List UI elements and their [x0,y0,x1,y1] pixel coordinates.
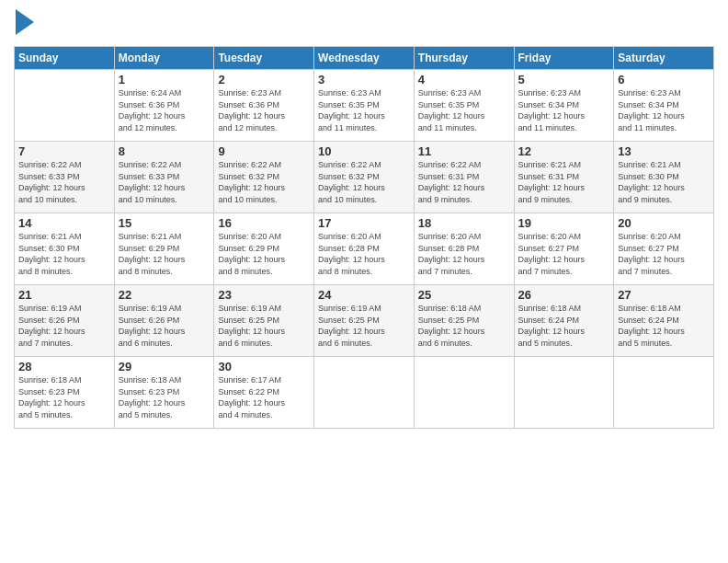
calendar-header-monday: Monday [114,47,214,70]
day-info: Sunrise: 6:20 AM Sunset: 6:28 PM Dayligh… [318,231,410,277]
day-number: 23 [218,288,310,302]
calendar-cell: 18Sunrise: 6:20 AM Sunset: 6:28 PM Dayli… [414,213,514,285]
day-number: 19 [518,216,610,230]
calendar-cell: 21Sunrise: 6:19 AM Sunset: 6:26 PM Dayli… [15,285,115,357]
day-info: Sunrise: 6:17 AM Sunset: 6:22 PM Dayligh… [218,374,310,420]
calendar-cell: 3Sunrise: 6:23 AM Sunset: 6:35 PM Daylig… [314,70,415,142]
calendar-cell: 25Sunrise: 6:18 AM Sunset: 6:25 PM Dayli… [414,285,514,357]
day-number: 6 [618,73,710,86]
day-number: 16 [218,216,310,230]
calendar-week-row: 1Sunrise: 6:24 AM Sunset: 6:36 PM Daylig… [15,70,714,142]
day-info: Sunrise: 6:21 AM Sunset: 6:31 PM Dayligh… [518,159,610,205]
day-info: Sunrise: 6:21 AM Sunset: 6:29 PM Dayligh… [119,231,210,277]
calendar-header-saturday: Saturday [614,47,714,70]
day-number: 17 [318,216,410,230]
day-number: 2 [218,73,310,86]
day-number: 25 [418,288,510,302]
calendar-week-row: 21Sunrise: 6:19 AM Sunset: 6:26 PM Dayli… [15,285,714,357]
day-number: 3 [318,73,410,86]
calendar-cell: 20Sunrise: 6:20 AM Sunset: 6:27 PM Dayli… [614,213,714,285]
calendar-cell: 8Sunrise: 6:22 AM Sunset: 6:33 PM Daylig… [114,142,214,213]
day-number: 21 [18,288,110,302]
day-info: Sunrise: 6:23 AM Sunset: 6:35 PM Dayligh… [418,87,510,133]
day-info: Sunrise: 6:23 AM Sunset: 6:34 PM Dayligh… [518,87,610,133]
calendar-cell: 11Sunrise: 6:22 AM Sunset: 6:31 PM Dayli… [414,142,514,213]
day-info: Sunrise: 6:19 AM Sunset: 6:26 PM Dayligh… [119,303,210,349]
day-info: Sunrise: 6:22 AM Sunset: 6:32 PM Dayligh… [218,159,310,205]
calendar-cell: 28Sunrise: 6:18 AM Sunset: 6:23 PM Dayli… [15,357,115,429]
day-info: Sunrise: 6:19 AM Sunset: 6:26 PM Dayligh… [18,303,110,349]
calendar-cell: 23Sunrise: 6:19 AM Sunset: 6:25 PM Dayli… [214,285,314,357]
calendar-header-wednesday: Wednesday [314,47,415,70]
day-number: 29 [119,360,210,373]
day-info: Sunrise: 6:23 AM Sunset: 6:34 PM Dayligh… [618,87,710,133]
day-info: Sunrise: 6:19 AM Sunset: 6:25 PM Dayligh… [318,303,410,349]
calendar-cell: 1Sunrise: 6:24 AM Sunset: 6:36 PM Daylig… [114,70,214,142]
day-info: Sunrise: 6:21 AM Sunset: 6:30 PM Dayligh… [618,159,710,205]
calendar-cell: 7Sunrise: 6:22 AM Sunset: 6:33 PM Daylig… [15,142,115,213]
calendar-cell [514,357,614,429]
calendar-cell: 27Sunrise: 6:18 AM Sunset: 6:24 PM Dayli… [614,285,714,357]
day-number: 18 [418,216,510,230]
day-number: 1 [119,73,210,86]
calendar-cell: 22Sunrise: 6:19 AM Sunset: 6:26 PM Dayli… [114,285,214,357]
day-info: Sunrise: 6:22 AM Sunset: 6:33 PM Dayligh… [119,159,210,205]
day-info: Sunrise: 6:20 AM Sunset: 6:27 PM Dayligh… [618,231,710,277]
day-number: 14 [18,216,110,230]
calendar-week-row: 28Sunrise: 6:18 AM Sunset: 6:23 PM Dayli… [15,357,714,429]
calendar-header-sunday: Sunday [15,47,115,70]
calendar-header-friday: Friday [514,47,614,70]
day-number: 11 [418,144,510,158]
day-number: 20 [618,216,710,230]
day-number: 12 [518,144,610,158]
calendar-cell: 10Sunrise: 6:22 AM Sunset: 6:32 PM Dayli… [314,142,415,213]
day-number: 13 [618,144,710,158]
calendar-cell: 17Sunrise: 6:20 AM Sunset: 6:28 PM Dayli… [314,213,415,285]
calendar-header-thursday: Thursday [414,47,514,70]
day-info: Sunrise: 6:18 AM Sunset: 6:24 PM Dayligh… [518,303,610,349]
day-info: Sunrise: 6:19 AM Sunset: 6:25 PM Dayligh… [218,303,310,349]
calendar-header-tuesday: Tuesday [214,47,314,70]
header [14,9,714,39]
calendar-cell [15,70,115,142]
calendar-week-row: 14Sunrise: 6:21 AM Sunset: 6:30 PM Dayli… [15,213,714,285]
day-info: Sunrise: 6:18 AM Sunset: 6:24 PM Dayligh… [618,303,710,349]
calendar-cell: 12Sunrise: 6:21 AM Sunset: 6:31 PM Dayli… [514,142,614,213]
day-info: Sunrise: 6:24 AM Sunset: 6:36 PM Dayligh… [119,87,210,133]
calendar-cell: 30Sunrise: 6:17 AM Sunset: 6:22 PM Dayli… [214,357,314,429]
day-info: Sunrise: 6:18 AM Sunset: 6:23 PM Dayligh… [18,374,110,420]
day-number: 27 [618,288,710,302]
svg-marker-0 [16,9,34,35]
day-info: Sunrise: 6:20 AM Sunset: 6:29 PM Dayligh… [218,231,310,277]
day-number: 8 [119,144,210,158]
calendar-cell [414,357,514,429]
day-number: 10 [318,144,410,158]
day-info: Sunrise: 6:22 AM Sunset: 6:33 PM Dayligh… [18,159,110,205]
calendar-cell: 15Sunrise: 6:21 AM Sunset: 6:29 PM Dayli… [114,213,214,285]
calendar-cell: 24Sunrise: 6:19 AM Sunset: 6:25 PM Dayli… [314,285,415,357]
day-number: 5 [518,73,610,86]
day-number: 26 [518,288,610,302]
day-info: Sunrise: 6:18 AM Sunset: 6:23 PM Dayligh… [119,374,210,420]
calendar-cell: 5Sunrise: 6:23 AM Sunset: 6:34 PM Daylig… [514,70,614,142]
day-number: 4 [418,73,510,86]
day-info: Sunrise: 6:22 AM Sunset: 6:32 PM Dayligh… [318,159,410,205]
day-number: 24 [318,288,410,302]
day-number: 28 [18,360,110,373]
calendar-cell [314,357,415,429]
day-info: Sunrise: 6:23 AM Sunset: 6:36 PM Dayligh… [218,87,310,133]
calendar-cell: 9Sunrise: 6:22 AM Sunset: 6:32 PM Daylig… [214,142,314,213]
calendar-header-row: SundayMondayTuesdayWednesdayThursdayFrid… [15,47,714,70]
day-info: Sunrise: 6:20 AM Sunset: 6:28 PM Dayligh… [418,231,510,277]
logo [14,9,34,39]
calendar-cell: 13Sunrise: 6:21 AM Sunset: 6:30 PM Dayli… [614,142,714,213]
day-info: Sunrise: 6:21 AM Sunset: 6:30 PM Dayligh… [18,231,110,277]
calendar-cell: 2Sunrise: 6:23 AM Sunset: 6:36 PM Daylig… [214,70,314,142]
calendar-cell: 14Sunrise: 6:21 AM Sunset: 6:30 PM Dayli… [15,213,115,285]
calendar-cell: 4Sunrise: 6:23 AM Sunset: 6:35 PM Daylig… [414,70,514,142]
day-number: 7 [18,144,110,158]
calendar-cell: 29Sunrise: 6:18 AM Sunset: 6:23 PM Dayli… [114,357,214,429]
day-info: Sunrise: 6:20 AM Sunset: 6:27 PM Dayligh… [518,231,610,277]
day-info: Sunrise: 6:23 AM Sunset: 6:35 PM Dayligh… [318,87,410,133]
day-info: Sunrise: 6:22 AM Sunset: 6:31 PM Dayligh… [418,159,510,205]
